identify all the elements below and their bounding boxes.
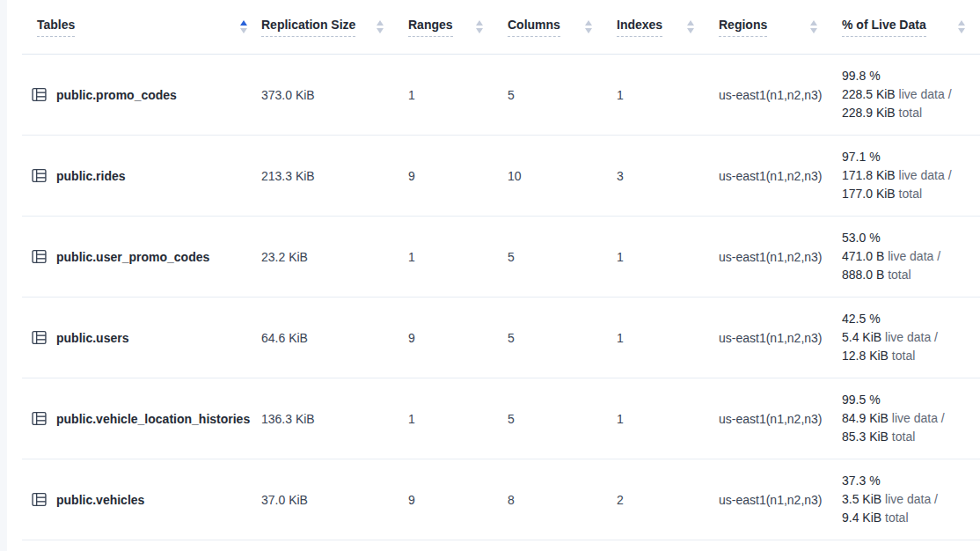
sort-icon[interactable] xyxy=(958,20,965,33)
live-data-cell: 99.8 % 228.5 KiB live data / 228.9 KiB t… xyxy=(842,67,970,122)
column-header-live-data[interactable]: % of Live Data xyxy=(842,18,970,37)
live-data-cell: 37.3 % 3.5 KiB live data / 9.4 KiB total xyxy=(842,472,970,527)
regions-cell: us-east1(n1,n2,n3) xyxy=(719,493,842,507)
table-icon xyxy=(32,411,47,426)
live-data-cell: 99.5 % 84.9 KiB live data / 85.3 KiB tot… xyxy=(842,391,970,446)
replication-size-cell: 23.2 KiB xyxy=(261,250,408,264)
regions-cell: us-east1(n1,n2,n3) xyxy=(719,412,842,426)
live-data-cell: 53.0 % 471.0 B live data / 888.0 B total xyxy=(842,229,970,284)
column-header-regions[interactable]: Regions xyxy=(719,18,842,37)
sort-icon[interactable] xyxy=(476,20,483,33)
replication-size-cell: 373.0 KiB xyxy=(261,88,408,102)
replication-size-cell: 136.3 KiB xyxy=(261,412,408,426)
table-name-link[interactable]: public.user_promo_codes xyxy=(56,250,209,264)
indexes-cell: 1 xyxy=(617,412,719,426)
ranges-cell: 1 xyxy=(408,88,508,102)
column-header-columns[interactable]: Columns xyxy=(508,18,617,37)
live-percent: 37.3 % xyxy=(842,472,962,490)
table-name-link[interactable]: public.vehicles xyxy=(56,493,144,507)
indexes-cell: 1 xyxy=(617,88,719,102)
table-row[interactable]: public.vehicle_location_histories 136.3 … xyxy=(22,378,980,459)
live-percent: 53.0 % xyxy=(842,229,962,247)
column-header-replication-size[interactable]: Replication Size xyxy=(261,18,408,37)
table-row[interactable]: public.rides 213.3 KiB 9 10 3 us-east1(n… xyxy=(22,136,980,217)
table-icon xyxy=(32,87,47,102)
replication-size-cell: 213.3 KiB xyxy=(261,169,408,183)
sort-icon[interactable] xyxy=(810,20,817,33)
live-data-cell: 97.1 % 171.8 KiB live data / 177.0 KiB t… xyxy=(842,148,970,203)
live-percent: 99.5 % xyxy=(842,391,962,409)
regions-cell: us-east1(n1,n2,n3) xyxy=(719,331,842,345)
live-data-cell: 42.5 % 5.4 KiB live data / 12.8 KiB tota… xyxy=(842,310,970,365)
columns-cell: 10 xyxy=(508,169,617,183)
column-header-ranges[interactable]: Ranges xyxy=(408,18,508,37)
indexes-cell: 1 xyxy=(617,331,719,345)
table-row[interactable]: public.user_promo_codes 23.2 KiB 1 5 1 u… xyxy=(22,217,980,298)
sort-icon[interactable] xyxy=(585,20,592,33)
table-icon xyxy=(32,168,47,183)
ranges-cell: 1 xyxy=(408,412,508,426)
table-row[interactable]: public.vehicles 37.0 KiB 9 8 2 us-east1(… xyxy=(22,459,980,540)
table-name-link[interactable]: public.promo_codes xyxy=(56,88,177,102)
columns-cell: 5 xyxy=(508,88,617,102)
live-percent: 97.1 % xyxy=(842,148,962,166)
table-icon xyxy=(32,249,47,264)
table-header-row: Tables Replication Size Ranges Columns I… xyxy=(22,0,980,55)
ranges-cell: 9 xyxy=(408,493,508,507)
columns-cell: 8 xyxy=(508,493,617,507)
table-row[interactable]: public.users 64.6 KiB 9 5 1 us-east1(n1,… xyxy=(22,298,980,378)
ranges-cell: 1 xyxy=(408,250,508,264)
tables-panel: Tables Replication Size Ranges Columns I… xyxy=(7,0,980,551)
regions-cell: us-east1(n1,n2,n3) xyxy=(719,250,842,264)
sort-icon[interactable] xyxy=(377,20,384,33)
ranges-cell: 9 xyxy=(408,169,508,183)
table-name-link[interactable]: public.users xyxy=(56,331,128,345)
table-row[interactable]: public.promo_codes 373.0 KiB 1 5 1 us-ea… xyxy=(22,55,980,136)
table-icon xyxy=(32,492,47,507)
columns-cell: 5 xyxy=(508,412,617,426)
live-percent: 42.5 % xyxy=(842,310,962,328)
indexes-cell: 2 xyxy=(617,493,719,507)
table-name-link[interactable]: public.vehicle_location_histories xyxy=(56,412,250,426)
ranges-cell: 9 xyxy=(408,331,508,345)
columns-cell: 5 xyxy=(508,331,617,345)
sort-icon[interactable] xyxy=(240,20,247,33)
table-icon xyxy=(32,330,47,345)
indexes-cell: 1 xyxy=(617,250,719,264)
replication-size-cell: 37.0 KiB xyxy=(261,493,408,507)
live-percent: 99.8 % xyxy=(842,67,962,85)
column-header-indexes[interactable]: Indexes xyxy=(617,18,719,37)
regions-cell: us-east1(n1,n2,n3) xyxy=(719,88,842,102)
indexes-cell: 3 xyxy=(617,169,719,183)
table-name-link[interactable]: public.rides xyxy=(56,169,126,183)
column-header-tables[interactable]: Tables xyxy=(22,18,261,37)
columns-cell: 5 xyxy=(508,250,617,264)
sort-icon[interactable] xyxy=(687,20,694,33)
regions-cell: us-east1(n1,n2,n3) xyxy=(719,169,842,183)
replication-size-cell: 64.6 KiB xyxy=(261,331,408,345)
